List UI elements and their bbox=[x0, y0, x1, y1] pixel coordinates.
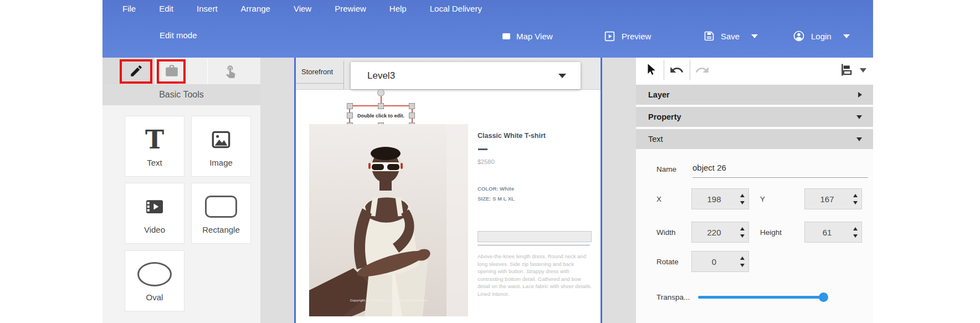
increment-icon[interactable] bbox=[740, 227, 745, 230]
menu-file[interactable]: File bbox=[122, 4, 136, 13]
property-panel: Layer Property Text Name object 26 X 198… bbox=[636, 58, 873, 323]
rectangle-tool-icon bbox=[205, 196, 237, 218]
canvas-header-underline bbox=[296, 83, 343, 84]
x-stepper[interactable]: 198 bbox=[691, 188, 749, 209]
y-value[interactable]: 167 bbox=[805, 194, 849, 204]
map-view-button[interactable]: Map View bbox=[502, 27, 553, 45]
tab-interaction-tools[interactable] bbox=[208, 58, 260, 84]
level-dropdown-value: Level3 bbox=[367, 70, 395, 81]
name-input[interactable]: object 26 bbox=[692, 163, 726, 172]
decrement-icon[interactable] bbox=[853, 234, 858, 238]
increment-icon[interactable] bbox=[853, 194, 858, 197]
increment-icon[interactable] bbox=[740, 257, 745, 260]
stepper-arrows bbox=[736, 189, 748, 209]
edit-mode-label[interactable]: Edit mode bbox=[160, 30, 197, 40]
tool-image[interactable]: Image bbox=[191, 116, 251, 177]
increment-icon[interactable] bbox=[853, 227, 858, 230]
decrement-icon[interactable] bbox=[740, 234, 745, 238]
tool-rectangle[interactable]: Rectangle bbox=[191, 183, 251, 244]
menu-local-delivery[interactable]: Local Delivery bbox=[430, 4, 482, 13]
rotate-stepper[interactable]: 0 bbox=[691, 251, 749, 272]
menu-insert[interactable]: Insert bbox=[197, 4, 218, 13]
product-size[interactable]: SIZE: S M L XL bbox=[478, 196, 515, 202]
product-color[interactable]: COLOR: White bbox=[478, 186, 514, 192]
menu-arrange[interactable]: Arrange bbox=[241, 4, 270, 13]
header-bar: File Edit Insert Arrange View Prewiew He… bbox=[102, 0, 873, 58]
height-value[interactable]: 61 bbox=[805, 228, 849, 237]
handle-mid-left[interactable] bbox=[347, 112, 353, 119]
rotate-label: Rotate bbox=[656, 258, 679, 266]
design-canvas[interactable]: Storefront Level3 Double click to edit. bbox=[294, 58, 602, 323]
image-tool-icon bbox=[210, 129, 232, 151]
tool-rectangle-label: Rectangle bbox=[192, 225, 250, 234]
stepper-arrows bbox=[849, 189, 861, 209]
text-tool-icon: T bbox=[145, 127, 164, 152]
undo-icon[interactable] bbox=[669, 63, 684, 78]
product-photo[interactable]: Copyright © 2017 Net.Q Corp. All rights … bbox=[309, 124, 468, 316]
login-label: Login bbox=[811, 32, 832, 41]
product-title[interactable]: Classic White T-shirt bbox=[478, 132, 546, 140]
tool-text[interactable]: T Text bbox=[125, 116, 184, 177]
rotation-handle[interactable] bbox=[377, 89, 384, 96]
tool-video[interactable]: Video bbox=[125, 183, 184, 244]
highlight-box-pencil bbox=[120, 59, 152, 84]
align-icon[interactable] bbox=[839, 62, 854, 78]
y-stepper[interactable]: 167 bbox=[804, 188, 862, 209]
placeholder-text[interactable]: Double click to edit. bbox=[357, 113, 404, 119]
width-stepper[interactable]: 220 bbox=[691, 222, 749, 243]
transparency-label: Transpa... bbox=[656, 293, 690, 301]
handle-top-left[interactable] bbox=[347, 103, 353, 109]
property-section-label: Property bbox=[648, 112, 681, 121]
product-description[interactable]: Above-the-knee length dress. Round neck … bbox=[478, 253, 593, 298]
level-dropdown[interactable]: Level3 bbox=[351, 62, 581, 89]
height-stepper[interactable]: 61 bbox=[804, 222, 862, 243]
canvas-header: Storefront Level3 bbox=[296, 58, 601, 90]
tool-tabs bbox=[102, 58, 260, 84]
transparency-slider-knob[interactable] bbox=[819, 293, 828, 302]
login-dropdown-icon[interactable] bbox=[843, 34, 850, 38]
save-button[interactable]: Save bbox=[704, 27, 758, 45]
chevron-down-icon[interactable] bbox=[856, 115, 862, 119]
save-dropdown-icon[interactable] bbox=[751, 34, 758, 38]
handle-mid-right[interactable] bbox=[409, 112, 415, 119]
storefront-tab[interactable]: Storefront bbox=[301, 68, 333, 76]
redo-icon[interactable] bbox=[695, 63, 710, 78]
section-property[interactable]: Property bbox=[636, 107, 873, 127]
section-layer[interactable]: Layer bbox=[636, 85, 873, 105]
chevron-right-icon[interactable] bbox=[858, 92, 862, 98]
selected-text-object[interactable]: Double click to edit. bbox=[349, 105, 413, 126]
preview-button[interactable]: Preview bbox=[604, 27, 651, 45]
width-value[interactable]: 220 bbox=[692, 228, 736, 237]
select-cursor-icon[interactable] bbox=[644, 63, 659, 77]
section-text[interactable]: Text bbox=[636, 129, 873, 149]
chevron-down-icon[interactable] bbox=[558, 74, 566, 78]
decrement-icon[interactable] bbox=[853, 201, 858, 204]
tool-oval[interactable]: Oval bbox=[125, 250, 184, 311]
decrement-icon[interactable] bbox=[740, 201, 745, 204]
product-price[interactable]: $2580 bbox=[478, 158, 495, 165]
x-label: X bbox=[656, 195, 661, 203]
panel-gap-left bbox=[260, 58, 294, 323]
chevron-down-icon[interactable] bbox=[856, 137, 862, 141]
tool-image-label: Image bbox=[192, 158, 250, 167]
x-value[interactable]: 198 bbox=[692, 194, 736, 204]
login-button[interactable]: Login bbox=[793, 27, 850, 45]
decrement-icon[interactable] bbox=[740, 264, 745, 267]
menu-help[interactable]: Help bbox=[389, 4, 407, 13]
menu-edit[interactable]: Edit bbox=[159, 4, 173, 13]
menu-bar: File Edit Insert Arrange View Prewiew He… bbox=[102, 0, 893, 17]
handle-top-right[interactable] bbox=[409, 103, 415, 109]
menu-view[interactable]: View bbox=[294, 4, 311, 13]
video-tool-icon bbox=[144, 196, 165, 217]
product-option-box[interactable] bbox=[478, 231, 592, 242]
menu-prewiew[interactable]: Prewiew bbox=[335, 4, 366, 13]
rotate-value[interactable]: 0 bbox=[692, 257, 736, 266]
transparency-slider-track[interactable] bbox=[698, 296, 827, 299]
handle-top-center[interactable] bbox=[378, 103, 384, 109]
increment-icon[interactable] bbox=[740, 194, 745, 197]
title-divider bbox=[478, 148, 488, 150]
text-section-label: Text bbox=[648, 135, 663, 143]
canvas-header-divider bbox=[343, 61, 344, 89]
align-dropdown-icon[interactable] bbox=[860, 68, 866, 73]
layer-section-label: Layer bbox=[648, 90, 670, 99]
